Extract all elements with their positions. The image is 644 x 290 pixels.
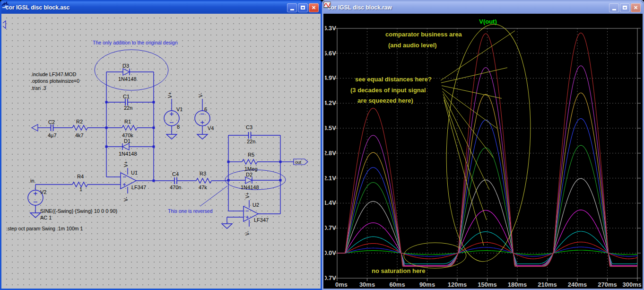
left-port-arrow[interactable]	[32, 124, 38, 131]
resistor[interactable]	[196, 178, 211, 183]
plot-canvas[interactable]: 6.3V5.6V4.9V4.2V3.5V2.8V2.1V1.4V0.7V0.0V…	[325, 14, 641, 287]
ground-symbol[interactable]	[222, 224, 232, 228]
junction	[153, 146, 155, 148]
plot-annotation: comparator business area	[385, 31, 462, 38]
junction	[153, 180, 155, 182]
x-tick-label: 60ms	[389, 281, 405, 287]
schematic-drawing: D31N4148C122nR1470kD11N4148C24µ7R24k7V18…	[3, 14, 319, 287]
resistor[interactable]	[242, 159, 257, 164]
component-label: 470k	[122, 132, 133, 138]
spice-directive: .step oct param Swing .1m 100m 1	[6, 226, 83, 231]
junction	[105, 146, 108, 148]
ground-symbol[interactable]	[166, 134, 177, 139]
y-tick-label: 4.9V	[325, 74, 336, 81]
y-tick-label: 0.0V	[325, 249, 336, 256]
x-tick-label: 90ms	[419, 281, 435, 287]
junction	[227, 179, 230, 182]
ground-symbol[interactable]	[30, 213, 41, 218]
component-label: 1Meg	[244, 166, 258, 172]
waveform-trace-05[interactable]	[337, 210, 637, 266]
x-tick-label: 300ms	[623, 281, 641, 287]
component-label: V4	[208, 125, 214, 131]
component-label: V2	[40, 189, 46, 195]
resistor[interactable]	[122, 125, 137, 130]
component-label: C4	[172, 171, 179, 177]
x-tick-label: 270ms	[598, 281, 617, 287]
plot-annotation: (3 decades of input signal	[350, 87, 426, 94]
component-label: in	[30, 178, 35, 184]
waveform-plot: 6.3V5.6V4.9V4.2V3.5V2.8V2.1V1.4V0.7V0.0V…	[325, 14, 641, 287]
minimize-button[interactable]	[287, 3, 297, 12]
junction	[279, 179, 282, 182]
y-tick-label: 2.1V	[325, 175, 336, 182]
diode[interactable]	[122, 143, 129, 150]
waveform-titlebar[interactable]: cor IGSL disc block.raw ✕	[323, 1, 643, 14]
close-button[interactable]: ✕	[309, 3, 319, 12]
y-tick-label: 0.7V	[325, 224, 336, 231]
plot-annotation: are squeezed here)	[357, 97, 413, 104]
schematic-window: cor IGSL disc block.asc ✕ D31N4148C122nR…	[0, 0, 322, 290]
resistor[interactable]	[72, 125, 87, 130]
close-button[interactable]: ✕	[631, 3, 641, 12]
window-title: cor IGSL disc block.asc	[6, 4, 287, 11]
schematic-titlebar[interactable]: cor IGSL disc block.asc ✕	[1, 1, 321, 14]
highlight-ellipse	[441, 22, 536, 264]
junction	[105, 127, 108, 129]
comment-text: This one is reversed	[168, 208, 213, 214]
component-label: 8	[177, 124, 180, 130]
x-tick-label: 210ms	[538, 281, 557, 287]
ground-symbol[interactable]	[197, 134, 208, 139]
spice-directive: .include LF347.MOD	[31, 71, 77, 77]
schematic-canvas[interactable]: D31N4148C122nR1470kD11N4148C24µ7R24k7V18…	[3, 14, 319, 287]
spice-directive: .options plotwinsize=0	[31, 78, 79, 84]
x-tick-label: 0ms	[335, 281, 348, 287]
trace-name-vout[interactable]: V(out)	[479, 18, 497, 25]
x-tick-label: 240ms	[568, 281, 587, 287]
component-label: C1	[123, 94, 130, 99]
component-label: R2	[76, 119, 83, 124]
diode[interactable]	[123, 69, 130, 75]
junction	[279, 161, 282, 163]
maximize-button[interactable]	[620, 3, 630, 12]
desktop: cor IGSL disc block.asc ✕ D31N4148C122nR…	[0, 0, 644, 290]
junction	[153, 101, 155, 104]
component-label: 1	[79, 186, 82, 192]
callout-line	[442, 86, 502, 98]
circle-annotation-d3	[95, 50, 168, 90]
component-label: C2	[48, 119, 55, 125]
component-label: 1N4148	[119, 151, 137, 157]
junction	[105, 101, 108, 104]
y-tick-label: 3.5V	[325, 124, 336, 132]
waveform-trace-02[interactable]	[337, 247, 637, 256]
y-tick-label: 2.8V	[325, 149, 336, 157]
component-label: U2	[252, 202, 259, 208]
plot-annotation: no saturation here	[372, 267, 425, 274]
component-label: 1N4148	[241, 185, 259, 190]
junction	[227, 161, 230, 163]
x-tick-label: 30ms	[359, 281, 375, 287]
power-flag: V+	[245, 193, 250, 199]
component-label: V1	[176, 106, 183, 112]
plot-annotation: see equal distances here?	[355, 76, 432, 83]
minimize-button[interactable]	[609, 3, 619, 12]
power-flag: V-	[198, 93, 203, 97]
ltspice-schematic-icon	[1, 1, 9, 9]
y-tick-label: 6.3V	[325, 25, 336, 32]
component-label: D3	[122, 63, 129, 69]
comment-text: The only addition to the original design	[93, 40, 178, 45]
maximize-button[interactable]	[298, 3, 308, 12]
component-label: R1	[124, 119, 131, 124]
component-label: 47k	[199, 185, 207, 190]
component-label: 470n	[170, 185, 181, 190]
component-label: D1	[124, 138, 131, 144]
diode[interactable]	[245, 177, 252, 184]
component-label: U1	[131, 170, 138, 176]
component-label: R4	[77, 174, 84, 179]
plot-annotation: (and audio level)	[388, 42, 437, 49]
component-label: 22n	[124, 105, 132, 111]
waveform-trace-01[interactable]	[337, 250, 637, 255]
component-label: AC 1	[40, 215, 52, 220]
component-label: 6	[204, 106, 207, 112]
spice-directive: .tran .3	[31, 85, 46, 91]
callout-line	[441, 31, 515, 80]
